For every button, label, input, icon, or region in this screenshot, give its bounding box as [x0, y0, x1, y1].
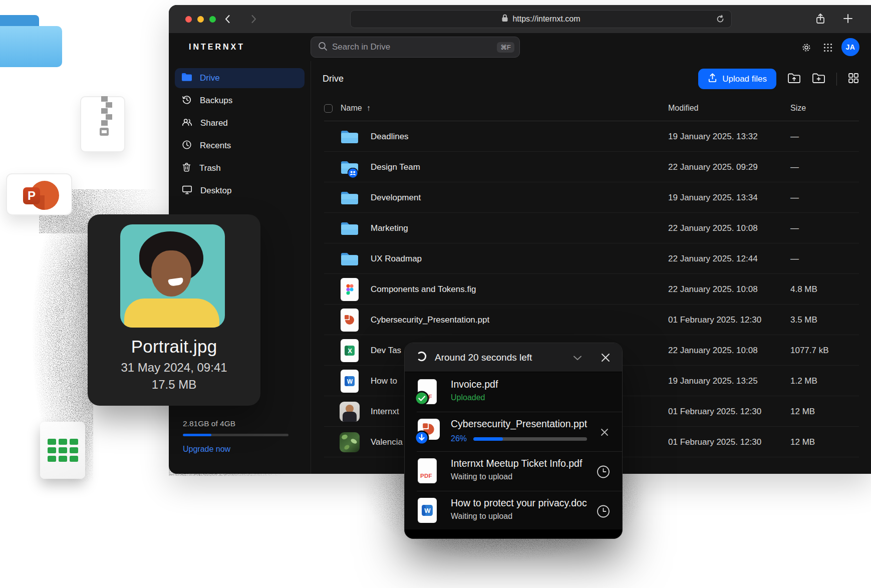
file-size: —: [790, 254, 799, 264]
pdf-file-icon: PDF: [418, 458, 438, 483]
browser-chrome: https://internxt.com: [169, 5, 871, 33]
toast-header: Around 20 seconds left: [405, 343, 622, 372]
upload-item-name: Internxt Meetup Ticket Info.pdf: [451, 458, 587, 469]
close-window-button[interactable]: [185, 16, 192, 23]
excel-file-icon: X: [340, 339, 360, 363]
back-icon[interactable]: [222, 14, 233, 25]
sidebar-item-label: Backups: [200, 96, 232, 106]
app-header: INTERNXT Search in Drive ⌘F JA: [169, 33, 871, 61]
apps-grid-icon[interactable]: [823, 43, 832, 54]
folder-blue-icon: [181, 72, 192, 84]
zoom-window-button[interactable]: [209, 16, 216, 23]
column-header-size[interactable]: Size: [790, 104, 806, 113]
column-header-name[interactable]: Name ↑: [341, 104, 371, 113]
lock-icon: [501, 14, 508, 24]
file-modified: 22 January 2025. 10:08: [668, 346, 758, 356]
people-icon: [181, 117, 193, 130]
badge-check-icon: [414, 391, 429, 408]
file-modified: 01 February 2025. 12:30: [668, 407, 761, 417]
file-modified: 22 January 2025. 10:08: [668, 223, 758, 233]
upload-progress: 26%: [451, 434, 587, 443]
table-row[interactable]: Components and Tokens.fig 22 January 202…: [311, 274, 871, 305]
address-bar[interactable]: https://internxt.com: [350, 10, 732, 28]
table-row[interactable]: UX Roadmap 22 January 2025. 12:44 —: [311, 243, 871, 274]
search-input[interactable]: Search in Drive ⌘F: [311, 37, 520, 58]
sidebar-item[interactable]: Shared: [175, 113, 305, 133]
forward-icon[interactable]: [248, 14, 259, 25]
svg-text:W: W: [424, 507, 431, 514]
clock-action-icon[interactable]: [597, 504, 610, 518]
upgrade-link[interactable]: Upgrade now: [183, 445, 230, 454]
upload-item-status: Waiting to upload: [451, 512, 587, 521]
sort-asc-icon: ↑: [367, 104, 371, 113]
search-placeholder: Search in Drive: [332, 42, 492, 52]
table-row[interactable]: Design Team 22 January 2025. 09:29 —: [311, 152, 871, 182]
image-plants-icon: [340, 430, 360, 454]
new-tab-icon[interactable]: [842, 13, 854, 27]
chevron-down-icon[interactable]: [571, 352, 584, 364]
share-icon[interactable]: [815, 13, 826, 27]
file-modified: 19 January 2025. 13:34: [668, 193, 758, 203]
upload-icon: [708, 73, 717, 85]
upload-item: PDF Invoice.pdf Uploaded: [405, 373, 622, 412]
sidebar-item[interactable]: Recents: [175, 136, 305, 156]
file-size: 12 MB: [790, 437, 815, 447]
minimize-window-button[interactable]: [197, 16, 204, 23]
file-name: Marketing: [371, 223, 408, 233]
select-all-checkbox[interactable]: [324, 104, 333, 113]
portrait-photo: [120, 224, 225, 328]
history-icon: [181, 94, 192, 108]
settings-gear-icon[interactable]: [801, 42, 812, 55]
internxt-logo: INTERNXT: [189, 43, 245, 52]
portrait-date: 31 May 2024, 09:41: [88, 361, 260, 375]
file-name: How to: [371, 376, 397, 386]
clock-action-icon[interactable]: [597, 465, 610, 478]
sidebar-item[interactable]: Desktop: [175, 181, 305, 201]
sidebar-item[interactable]: Backups: [175, 91, 305, 111]
upload-folder-icon[interactable]: [787, 72, 801, 86]
sidebar-item-label: Desktop: [200, 186, 231, 196]
svg-text:X: X: [348, 347, 352, 355]
drive-toolbar: Drive Upload files: [311, 61, 871, 97]
folder-blue-lg-icon: [340, 186, 360, 210]
sidebar-item-label: Trash: [199, 163, 221, 173]
search-icon: [318, 42, 328, 53]
avatar[interactable]: JA: [841, 38, 859, 56]
cancel-small-icon[interactable]: [599, 427, 610, 438]
spinner-icon: [416, 351, 427, 364]
file-name: UX Roadmap: [371, 254, 422, 264]
sidebar-item-label: Recents: [200, 141, 231, 151]
table-row[interactable]: Development 19 January 2025. 13:34 —: [311, 182, 871, 213]
trash-icon: [181, 162, 192, 175]
upload-item: PDF Internxt Meetup Ticket Info.pdf Wait…: [405, 452, 622, 491]
decor-spreadsheet-icon: [40, 422, 85, 479]
sidebar-item[interactable]: Trash: [175, 158, 305, 178]
portrait-filename: Portrait.jpg: [88, 337, 260, 357]
column-header-modified[interactable]: Modified: [668, 104, 698, 113]
figma-file-icon: [340, 277, 360, 302]
file-modified: 22 January 2025. 10:08: [668, 284, 758, 295]
close-icon[interactable]: [600, 352, 611, 363]
sidebar-item[interactable]: Drive: [175, 68, 305, 88]
word-doc-file-icon: W: [418, 498, 438, 523]
upload-item-status: Uploaded: [451, 393, 587, 402]
decor-powerpoint-icon: P: [6, 173, 72, 215]
clock-icon: [181, 139, 192, 153]
table-row[interactable]: Deadlines 19 January 2025. 13:32 —: [311, 121, 871, 152]
upload-item: Cybersecurity_Presentation.ppt 26%: [405, 412, 622, 452]
url-text: https://internxt.com: [512, 15, 580, 24]
new-folder-icon[interactable]: [812, 72, 825, 86]
sidebar-item-label: Drive: [200, 73, 220, 83]
grid-view-icon[interactable]: [848, 73, 859, 86]
table-row[interactable]: Marketing 22 January 2025. 10:08 —: [311, 213, 871, 243]
image-portrait-icon: [340, 400, 360, 424]
upload-files-button[interactable]: Upload files: [698, 69, 776, 89]
search-shortcut-badge: ⌘F: [497, 42, 514, 53]
decor-zip-file-icon: [80, 96, 125, 152]
reload-icon[interactable]: [715, 14, 725, 26]
upload-percent: 26%: [451, 434, 467, 443]
table-row[interactable]: Cybersecurity_Presentation.ppt 01 Februa…: [311, 305, 871, 335]
word-file-icon: W: [340, 369, 360, 393]
file-modified: 22 January 2025. 09:29: [668, 162, 758, 172]
decor-folder-icon: [0, 15, 62, 67]
